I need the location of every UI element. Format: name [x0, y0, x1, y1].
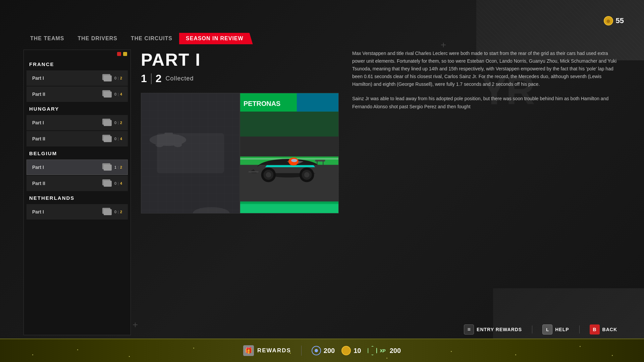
- svg-rect-6: [165, 132, 173, 136]
- sidebar-item-netherlands-part-1[interactable]: Part I 0 | 2: [26, 204, 128, 220]
- entry-rewards-label: ENTRY REWARDS: [477, 327, 522, 332]
- dot-yellow: [123, 52, 127, 56]
- sidebar-item-hungary-part-1[interactable]: Part I 0 | 2: [26, 115, 128, 130]
- collected-separator: [151, 73, 152, 84]
- sidebar-item-belgium-part-1[interactable]: Part I 1 | 2: [26, 160, 128, 175]
- ctrl-separator-1: [532, 325, 532, 334]
- xp-label: XP: [380, 348, 385, 353]
- reward-token-value: 200: [324, 347, 335, 355]
- coin-count: 55: [616, 16, 624, 25]
- section-belgium: BELGIUM: [24, 147, 130, 159]
- svg-rect-21: [315, 160, 325, 162]
- l-button[interactable]: L: [542, 324, 552, 335]
- dot-red: [117, 52, 121, 56]
- card-stack-icon: [102, 119, 112, 127]
- section-hungary: HUNGARY: [24, 103, 130, 114]
- xp-icon: [368, 346, 377, 355]
- b-button[interactable]: B: [590, 324, 600, 335]
- help-label: HELP: [555, 327, 569, 332]
- svg-rect-22: [317, 161, 317, 168]
- coin-indicator: 55: [604, 16, 624, 25]
- item-count: 0 | 4: [114, 92, 122, 96]
- top-navigation: THE TEAMS THE DRIVERS THE CIRCUITS SEASO…: [23, 33, 253, 44]
- svg-point-31: [291, 159, 297, 162]
- card-stack-icon: [102, 74, 112, 82]
- ctrl-help[interactable]: L HELP: [542, 324, 569, 335]
- sidebar-topbar: [24, 50, 130, 58]
- description-1: Max Verstappen and title rival Charles L…: [352, 50, 617, 88]
- sidebar: FRANCE Part I 0 | 2 Part II 0 | 4 HUNGAR…: [23, 50, 131, 335]
- sidebar-item-france-part-1[interactable]: Part I 0 | 2: [26, 70, 128, 86]
- description-2: Sainz Jr was able to lead away from his …: [352, 95, 617, 110]
- rewards-text: REWARDS: [257, 347, 291, 354]
- coin-reward-icon: [341, 346, 351, 355]
- svg-rect-1: [141, 93, 239, 213]
- card-stack-icon: [102, 163, 112, 171]
- collected-label: Collected: [166, 75, 194, 82]
- rewards-label: 🎁 REWARDS: [243, 345, 291, 356]
- back-label: BACK: [602, 327, 617, 332]
- ctrl-entry-rewards[interactable]: ≡ ENTRY REWARDS: [464, 324, 522, 335]
- ctrl-separator-2: [579, 325, 580, 334]
- reward-xp: XP 200: [368, 346, 401, 355]
- svg-rect-20: [249, 171, 259, 173]
- svg-rect-33: [240, 201, 338, 204]
- sidebar-item-hungary-part-2[interactable]: Part II 0 | 4: [26, 131, 128, 146]
- svg-point-26: [266, 172, 271, 178]
- svg-point-2: [150, 134, 186, 146]
- item-count: 0 | 2: [114, 76, 122, 80]
- section-netherlands: NETHERLANDS: [24, 192, 130, 203]
- svg-point-5: [174, 142, 182, 147]
- item-count: 0 | 2: [114, 210, 122, 214]
- text-content: Max Verstappen and title rival Charles L…: [352, 50, 617, 335]
- image-area: PETRONAS: [141, 93, 342, 214]
- reward-separator-1: [301, 346, 302, 356]
- collected-current: 1: [141, 72, 147, 85]
- svg-rect-23: [323, 161, 323, 168]
- svg-rect-15: [297, 93, 338, 112]
- card-stack-icon: [102, 179, 112, 187]
- svg-rect-3: [156, 135, 180, 140]
- svg-text:PETRONAS: PETRONAS: [244, 100, 280, 107]
- reward-token: 200: [312, 346, 335, 355]
- nav-the-teams[interactable]: THE TEAMS: [23, 33, 71, 44]
- card-stack-icon: [102, 135, 112, 143]
- coin-icon-header: [604, 16, 613, 25]
- svg-rect-32: [240, 203, 338, 213]
- token-icon: [312, 346, 321, 355]
- svg-point-29: [304, 172, 310, 178]
- item-count: 0 | 2: [114, 121, 122, 125]
- ctrl-back[interactable]: B BACK: [590, 324, 617, 335]
- collected-total: 2: [156, 72, 162, 85]
- reward-xp-value: 200: [390, 347, 401, 355]
- sidebar-item-belgium-part-2[interactable]: Part II 0 | 4: [26, 176, 128, 191]
- menu-button[interactable]: ≡: [464, 324, 474, 335]
- image-left-placeholder: [141, 93, 240, 214]
- sidebar-item-france-part-2[interactable]: Part II 0 | 4: [26, 86, 128, 102]
- svg-rect-8: [200, 208, 223, 213]
- item-count: 0 | 4: [114, 181, 122, 185]
- rewards-bar: 🎁 REWARDS 200 10 XP 200: [0, 339, 644, 362]
- item-count: 1 | 2: [114, 165, 122, 169]
- nav-the-circuits[interactable]: THE CIRCUITS: [124, 33, 179, 44]
- section-france: FRANCE: [24, 58, 130, 70]
- card-stack-icon: [102, 208, 112, 216]
- item-count: 0 | 4: [114, 137, 122, 141]
- nav-season-in-review[interactable]: SEASON IN REVIEW: [179, 33, 253, 44]
- reward-coin-value: 10: [354, 347, 361, 355]
- reward-coin: 10: [341, 346, 361, 355]
- image-right-car: PETRONAS: [240, 93, 339, 214]
- gift-icon: 🎁: [243, 345, 254, 356]
- bottom-controls: ≡ ENTRY REWARDS L HELP B BACK: [464, 324, 617, 335]
- svg-point-4: [156, 142, 164, 147]
- card-stack-icon: [102, 90, 112, 98]
- nav-the-drivers[interactable]: THE DRIVERS: [71, 33, 124, 44]
